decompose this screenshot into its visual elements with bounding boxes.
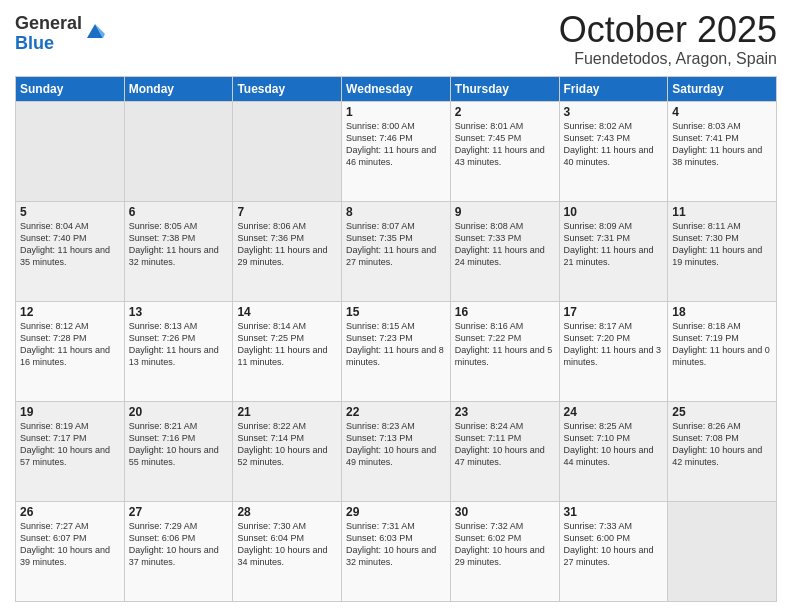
day-number: 5 [20, 205, 120, 219]
calendar-table: Sunday Monday Tuesday Wednesday Thursday… [15, 76, 777, 602]
calendar-week-1: 5Sunrise: 8:04 AM Sunset: 7:40 PM Daylig… [16, 201, 777, 301]
day-number: 3 [564, 105, 664, 119]
day-number: 9 [455, 205, 555, 219]
header-friday: Friday [559, 76, 668, 101]
calendar-cell: 29Sunrise: 7:31 AM Sunset: 6:03 PM Dayli… [342, 501, 451, 601]
calendar-cell: 9Sunrise: 8:08 AM Sunset: 7:33 PM Daylig… [450, 201, 559, 301]
day-info: Sunrise: 8:19 AM Sunset: 7:17 PM Dayligh… [20, 420, 120, 469]
day-number: 25 [672, 405, 772, 419]
day-info: Sunrise: 8:07 AM Sunset: 7:35 PM Dayligh… [346, 220, 446, 269]
day-info: Sunrise: 8:02 AM Sunset: 7:43 PM Dayligh… [564, 120, 664, 169]
day-info: Sunrise: 8:11 AM Sunset: 7:30 PM Dayligh… [672, 220, 772, 269]
day-number: 7 [237, 205, 337, 219]
day-number: 23 [455, 405, 555, 419]
calendar-cell: 31Sunrise: 7:33 AM Sunset: 6:00 PM Dayli… [559, 501, 668, 601]
day-number: 24 [564, 405, 664, 419]
day-info: Sunrise: 8:21 AM Sunset: 7:16 PM Dayligh… [129, 420, 229, 469]
title-block: October 2025 Fuendetodos, Aragon, Spain [559, 10, 777, 68]
day-info: Sunrise: 8:04 AM Sunset: 7:40 PM Dayligh… [20, 220, 120, 269]
header-monday: Monday [124, 76, 233, 101]
calendar-cell: 25Sunrise: 8:26 AM Sunset: 7:08 PM Dayli… [668, 401, 777, 501]
header-wednesday: Wednesday [342, 76, 451, 101]
header-saturday: Saturday [668, 76, 777, 101]
calendar-week-4: 26Sunrise: 7:27 AM Sunset: 6:07 PM Dayli… [16, 501, 777, 601]
day-number: 13 [129, 305, 229, 319]
day-number: 4 [672, 105, 772, 119]
day-info: Sunrise: 8:08 AM Sunset: 7:33 PM Dayligh… [455, 220, 555, 269]
logo: General Blue [15, 14, 105, 54]
calendar-cell [16, 101, 125, 201]
day-info: Sunrise: 8:18 AM Sunset: 7:19 PM Dayligh… [672, 320, 772, 369]
day-number: 22 [346, 405, 446, 419]
calendar-cell: 19Sunrise: 8:19 AM Sunset: 7:17 PM Dayli… [16, 401, 125, 501]
calendar-cell: 15Sunrise: 8:15 AM Sunset: 7:23 PM Dayli… [342, 301, 451, 401]
day-info: Sunrise: 7:32 AM Sunset: 6:02 PM Dayligh… [455, 520, 555, 569]
day-info: Sunrise: 8:16 AM Sunset: 7:22 PM Dayligh… [455, 320, 555, 369]
day-number: 6 [129, 205, 229, 219]
calendar-cell: 28Sunrise: 7:30 AM Sunset: 6:04 PM Dayli… [233, 501, 342, 601]
calendar-cell: 6Sunrise: 8:05 AM Sunset: 7:38 PM Daylig… [124, 201, 233, 301]
calendar-title: October 2025 [559, 10, 777, 50]
day-info: Sunrise: 8:26 AM Sunset: 7:08 PM Dayligh… [672, 420, 772, 469]
calendar-cell: 23Sunrise: 8:24 AM Sunset: 7:11 PM Dayli… [450, 401, 559, 501]
day-info: Sunrise: 8:14 AM Sunset: 7:25 PM Dayligh… [237, 320, 337, 369]
day-number: 18 [672, 305, 772, 319]
page: General Blue October 2025 Fuendetodos, A… [0, 0, 792, 612]
day-info: Sunrise: 8:22 AM Sunset: 7:14 PM Dayligh… [237, 420, 337, 469]
calendar-week-2: 12Sunrise: 8:12 AM Sunset: 7:28 PM Dayli… [16, 301, 777, 401]
day-number: 11 [672, 205, 772, 219]
day-info: Sunrise: 8:00 AM Sunset: 7:46 PM Dayligh… [346, 120, 446, 169]
day-number: 16 [455, 305, 555, 319]
day-number: 12 [20, 305, 120, 319]
day-number: 1 [346, 105, 446, 119]
day-number: 30 [455, 505, 555, 519]
day-number: 2 [455, 105, 555, 119]
calendar-cell: 3Sunrise: 8:02 AM Sunset: 7:43 PM Daylig… [559, 101, 668, 201]
day-number: 26 [20, 505, 120, 519]
calendar-cell: 22Sunrise: 8:23 AM Sunset: 7:13 PM Dayli… [342, 401, 451, 501]
day-info: Sunrise: 7:30 AM Sunset: 6:04 PM Dayligh… [237, 520, 337, 569]
day-info: Sunrise: 8:09 AM Sunset: 7:31 PM Dayligh… [564, 220, 664, 269]
calendar-cell [233, 101, 342, 201]
logo-blue: Blue [15, 34, 82, 54]
day-info: Sunrise: 8:05 AM Sunset: 7:38 PM Dayligh… [129, 220, 229, 269]
day-info: Sunrise: 8:06 AM Sunset: 7:36 PM Dayligh… [237, 220, 337, 269]
day-info: Sunrise: 8:23 AM Sunset: 7:13 PM Dayligh… [346, 420, 446, 469]
day-info: Sunrise: 8:12 AM Sunset: 7:28 PM Dayligh… [20, 320, 120, 369]
calendar-cell: 30Sunrise: 7:32 AM Sunset: 6:02 PM Dayli… [450, 501, 559, 601]
calendar-cell: 8Sunrise: 8:07 AM Sunset: 7:35 PM Daylig… [342, 201, 451, 301]
calendar-cell: 2Sunrise: 8:01 AM Sunset: 7:45 PM Daylig… [450, 101, 559, 201]
day-number: 29 [346, 505, 446, 519]
calendar-week-0: 1Sunrise: 8:00 AM Sunset: 7:46 PM Daylig… [16, 101, 777, 201]
header-sunday: Sunday [16, 76, 125, 101]
day-number: 20 [129, 405, 229, 419]
calendar-cell: 11Sunrise: 8:11 AM Sunset: 7:30 PM Dayli… [668, 201, 777, 301]
calendar-cell: 5Sunrise: 8:04 AM Sunset: 7:40 PM Daylig… [16, 201, 125, 301]
day-number: 14 [237, 305, 337, 319]
calendar-subtitle: Fuendetodos, Aragon, Spain [559, 50, 777, 68]
calendar-header: Sunday Monday Tuesday Wednesday Thursday… [16, 76, 777, 101]
day-number: 19 [20, 405, 120, 419]
day-number: 27 [129, 505, 229, 519]
calendar-cell: 10Sunrise: 8:09 AM Sunset: 7:31 PM Dayli… [559, 201, 668, 301]
weekday-header-row: Sunday Monday Tuesday Wednesday Thursday… [16, 76, 777, 101]
calendar-cell: 1Sunrise: 8:00 AM Sunset: 7:46 PM Daylig… [342, 101, 451, 201]
day-info: Sunrise: 7:33 AM Sunset: 6:00 PM Dayligh… [564, 520, 664, 569]
calendar-cell: 26Sunrise: 7:27 AM Sunset: 6:07 PM Dayli… [16, 501, 125, 601]
logo-text: General Blue [15, 14, 82, 54]
calendar-cell [124, 101, 233, 201]
day-number: 31 [564, 505, 664, 519]
day-info: Sunrise: 8:13 AM Sunset: 7:26 PM Dayligh… [129, 320, 229, 369]
calendar-cell [668, 501, 777, 601]
calendar-cell: 12Sunrise: 8:12 AM Sunset: 7:28 PM Dayli… [16, 301, 125, 401]
day-number: 21 [237, 405, 337, 419]
calendar-cell: 16Sunrise: 8:16 AM Sunset: 7:22 PM Dayli… [450, 301, 559, 401]
calendar-cell: 24Sunrise: 8:25 AM Sunset: 7:10 PM Dayli… [559, 401, 668, 501]
header-tuesday: Tuesday [233, 76, 342, 101]
day-info: Sunrise: 8:17 AM Sunset: 7:20 PM Dayligh… [564, 320, 664, 369]
calendar-cell: 18Sunrise: 8:18 AM Sunset: 7:19 PM Dayli… [668, 301, 777, 401]
calendar-cell: 13Sunrise: 8:13 AM Sunset: 7:26 PM Dayli… [124, 301, 233, 401]
calendar-cell: 17Sunrise: 8:17 AM Sunset: 7:20 PM Dayli… [559, 301, 668, 401]
logo-icon [85, 20, 105, 40]
day-info: Sunrise: 8:24 AM Sunset: 7:11 PM Dayligh… [455, 420, 555, 469]
